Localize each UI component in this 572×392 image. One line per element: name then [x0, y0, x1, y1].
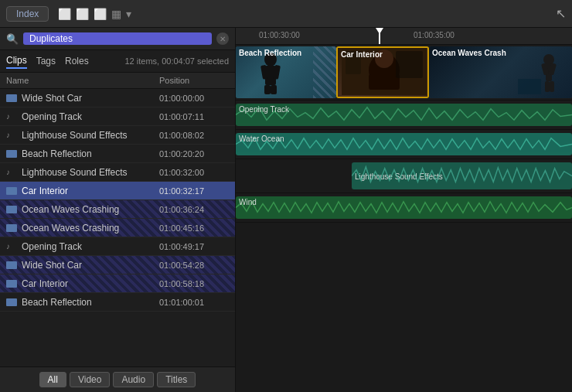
beach-reflection-label: Beach Reflection [239, 49, 301, 57]
clip-name: Car Interior [22, 278, 159, 289]
tabs-row: Clips Tags Roles 12 items, 00:04:07 sele… [0, 50, 235, 73]
wind-label: Wind [239, 198, 257, 206]
left-panel: 🔍 Duplicates ✕ Clips Tags Roles 12 items… [0, 28, 236, 392]
audio-clip-wind[interactable]: Wind [236, 196, 572, 219]
filter-btn-video[interactable]: Video [70, 372, 110, 387]
ruler-mark-2: 01:00:35:00 [414, 31, 455, 39]
clip-row[interactable]: Car Interior01:00:58:18 [0, 274, 235, 293]
search-tag[interactable]: Duplicates [23, 32, 212, 45]
audio-clip-water-ocean[interactable]: Water Ocean [236, 133, 572, 155]
timeline-panel: 01:00:30:00 01:00:35:00 [236, 28, 572, 392]
audio-track-lighthouse: Lighthouse Sound Effects [236, 159, 572, 193]
audio-track-opening: Opening Track [236, 101, 572, 130]
tracks-area: Beach Reflection [236, 45, 572, 392]
ocean-waves-label: Ocean Waves Crash [432, 49, 506, 57]
clip-name: Opening Track [22, 111, 159, 122]
video-clip-icon [6, 206, 17, 213]
search-bar: 🔍 Duplicates ✕ [0, 28, 235, 50]
clip-row[interactable]: Ocean Waves Crashing01:00:36:24 [0, 200, 235, 219]
clip-name: Wide Shot Car [22, 260, 159, 271]
clip-name: Ocean Waves Crashing [22, 223, 159, 233]
video-clip-beach-reflection[interactable]: Beach Reflection [236, 46, 336, 98]
tab-tags[interactable]: Tags [36, 54, 56, 68]
index-tab[interactable]: Index [6, 6, 49, 22]
clip-name: Beach Reflection [22, 148, 159, 159]
clip-name: Wide Shot Car [22, 93, 159, 104]
clip-row[interactable]: ♪Lighthouse Sound Effects01:00:32:00 [0, 163, 235, 182]
clip-row[interactable]: Wide Shot Car01:00:00:00 [0, 89, 235, 107]
filter-btn-titles[interactable]: Titles [157, 372, 196, 387]
chevron-down-icon[interactable]: ▾ [126, 8, 131, 20]
timeline-ruler: 01:00:30:00 01:00:35:00 [236, 28, 572, 45]
filter-tabs: AllVideoAudioTitles [0, 366, 235, 392]
clip-name: Ocean Waves Crashing [22, 204, 159, 215]
clip-name: Beach Reflection [22, 297, 159, 308]
main-content: 🔍 Duplicates ✕ Clips Tags Roles 12 items… [0, 28, 572, 392]
audio-clip-opening-track[interactable]: Opening Track [236, 104, 572, 126]
clip-row[interactable]: Ocean Waves Crashing01:00:45:16 [0, 219, 235, 237]
clip-position: 01:00:36:24 [159, 205, 229, 214]
clips-list[interactable]: Wide Shot Car01:00:00:00♪Opening Track01… [0, 89, 235, 366]
monitor3-icon[interactable]: ⬜ [94, 8, 107, 20]
toolbar-icons: ⬜ ⬜ ⬜ ▦ ▾ [58, 8, 131, 20]
tab-clips[interactable]: Clips [6, 53, 27, 69]
playhead[interactable] [379, 28, 380, 44]
layout-icon[interactable]: ▦ [111, 8, 121, 20]
clip-position: 01:00:54:28 [159, 261, 229, 270]
audio-clip-icon: ♪ [6, 169, 17, 176]
video-clip-icon [6, 280, 17, 288]
audio-clip-lighthouse[interactable]: Lighthouse Sound Effects [352, 162, 572, 189]
clip-position: 01:00:32:00 [159, 168, 229, 177]
video-clip-icon [6, 150, 17, 158]
clip-position: 01:00:49:17 [159, 242, 229, 251]
clip-position: 01:00:58:18 [159, 279, 229, 288]
clip-position: 01:00:45:16 [159, 223, 229, 233]
search-icon: 🔍 [6, 33, 19, 45]
clip-name: Lighthouse Sound Effects [22, 130, 159, 141]
clip-row[interactable]: Beach Reflection01:01:00:01 [0, 293, 235, 312]
filter-btn-all[interactable]: All [39, 372, 66, 387]
monitor2-icon[interactable]: ⬜ [76, 8, 89, 20]
svg-rect-5 [271, 85, 277, 94]
beach-stripes [313, 46, 336, 98]
filter-btn-audio[interactable]: Audio [113, 372, 154, 387]
clip-name: Lighthouse Sound Effects [22, 167, 159, 178]
name-column-header: Name [6, 76, 159, 85]
clip-row[interactable]: Beach Reflection01:00:20:20 [0, 145, 235, 163]
svg-rect-18 [518, 79, 541, 94]
svg-rect-16 [545, 81, 550, 92]
video-clip-ocean-waves[interactable]: Ocean Waves Crash [429, 46, 572, 98]
video-clip-icon [6, 261, 17, 269]
audio-track-water: Water Ocean [236, 130, 572, 159]
water-ocean-label: Water Ocean [239, 135, 284, 143]
tab-roles[interactable]: Roles [65, 54, 89, 68]
cursor-tool-icon[interactable]: ↖ [556, 6, 566, 21]
video-clip-icon [6, 94, 17, 102]
clip-position: 01:01:00:01 [159, 298, 229, 307]
toolbar: Index ⬜ ⬜ ⬜ ▦ ▾ ↖ [0, 0, 572, 28]
tab-summary: 12 items, 00:04:07 selected [124, 56, 229, 66]
svg-rect-9 [369, 74, 400, 90]
audio-clip-icon: ♪ [6, 113, 17, 121]
clip-row[interactable]: ♪Lighthouse Sound Effects01:00:08:02 [0, 126, 235, 145]
search-close-button[interactable]: ✕ [216, 32, 229, 45]
clip-name: Car Interior [22, 186, 159, 196]
clip-row[interactable]: Wide Shot Car01:00:54:28 [0, 256, 235, 274]
audio-track-wind: Wind [236, 193, 572, 223]
video-clip-car-interior[interactable]: Car Interior [336, 46, 429, 98]
audio-clip-icon: ♪ [6, 131, 17, 139]
clip-row[interactable]: Car Interior01:00:32:17 [0, 182, 235, 200]
video-track-row: Beach Reflection [236, 45, 572, 101]
clip-row[interactable]: ♪Opening Track01:00:07:11 [0, 107, 235, 126]
opening-track-label: Opening Track [239, 105, 289, 114]
monitor-icon[interactable]: ⬜ [58, 8, 71, 20]
car-interior-label: Car Interior [341, 50, 383, 59]
video-clip-icon [6, 224, 17, 232]
clip-name: Opening Track [22, 241, 159, 252]
audio-clip-icon: ♪ [6, 243, 17, 251]
video-clip-icon [6, 298, 17, 306]
clip-row[interactable]: ♪Opening Track01:00:49:17 [0, 237, 235, 256]
clips-column-header: Name Position [0, 73, 235, 89]
clip-position: 01:00:08:02 [159, 131, 229, 140]
ruler-mark-1: 01:00:30:00 [259, 31, 300, 39]
